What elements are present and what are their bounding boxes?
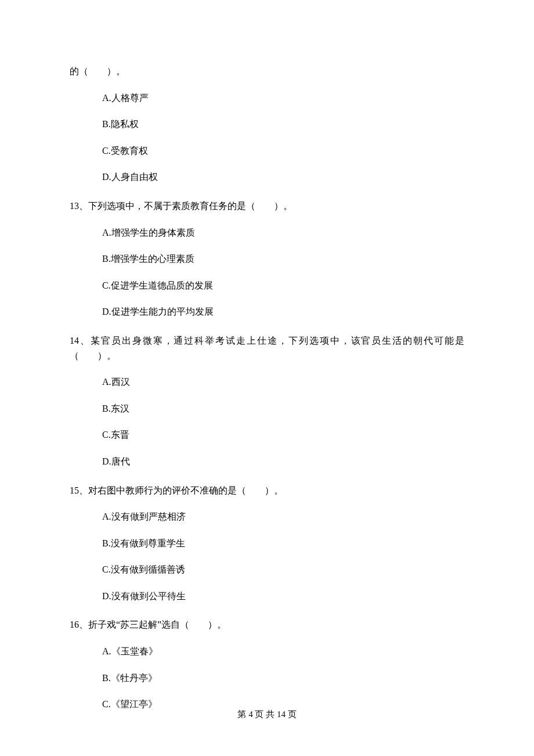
- option-14-b: B.东汉: [102, 401, 464, 416]
- question-15-options: A.没有做到严慈相济 B.没有做到尊重学生 C.没有做到循循善诱 D.没有做到公…: [70, 509, 464, 603]
- option-13-a: A.增强学生的身体素质: [102, 225, 464, 240]
- page-footer: 第 4 页 共 14 页: [0, 707, 534, 721]
- option-12-a: A.人格尊严: [102, 91, 464, 106]
- question-12-tail: 的（ ）。: [70, 64, 464, 79]
- option-14-d: D.唐代: [102, 454, 464, 469]
- option-15-a: A.没有做到严慈相济: [102, 509, 464, 524]
- question-13-stem: 13、下列选项中，不属于素质教育任务的是（ ）。: [70, 199, 464, 214]
- question-14-stem: 14、某官员出身微寒，通过科举考试走上仕途，下列选项中，该官员生活的朝代可能是（…: [70, 333, 464, 363]
- question-16-options: A.《玉堂春》 B.《牡丹亭》 C.《望江亭》: [70, 644, 464, 712]
- option-13-b: B.增强学生的心理素质: [102, 251, 464, 267]
- page-content: 的（ ）。 A.人格尊严 B.隐私权 C.受教育权 D.人身自由权 13、下列选…: [0, 0, 534, 712]
- option-12-b: B.隐私权: [102, 117, 464, 132]
- question-15-stem: 15、对右图中教师行为的评价不准确的是（ ）。: [70, 483, 464, 498]
- option-15-d: D.没有做到公平待生: [102, 589, 464, 604]
- option-16-b: B.《牡丹亭》: [102, 671, 464, 686]
- option-15-b: B.没有做到尊重学生: [102, 536, 464, 551]
- option-16-a: A.《玉堂春》: [102, 644, 464, 659]
- option-12-d: D.人身自由权: [102, 170, 464, 185]
- question-14-options: A.西汉 B.东汉 C.东晋 D.唐代: [70, 375, 464, 469]
- option-12-c: C.受教育权: [102, 143, 464, 159]
- option-14-c: C.东晋: [102, 427, 464, 442]
- option-14-a: A.西汉: [102, 375, 464, 390]
- question-13-options: A.增强学生的身体素质 B.增强学生的心理素质 C.促进学生道德品质的发展 D.…: [70, 225, 464, 319]
- option-15-c: C.没有做到循循善诱: [102, 562, 464, 577]
- question-16-stem: 16、折子戏“苏三起解”选自（ ）。: [70, 617, 464, 632]
- question-12-options: A.人格尊严 B.隐私权 C.受教育权 D.人身自由权: [70, 91, 464, 185]
- option-13-d: D.促进学生能力的平均发展: [102, 304, 464, 319]
- option-13-c: C.促进学生道德品质的发展: [102, 278, 464, 293]
